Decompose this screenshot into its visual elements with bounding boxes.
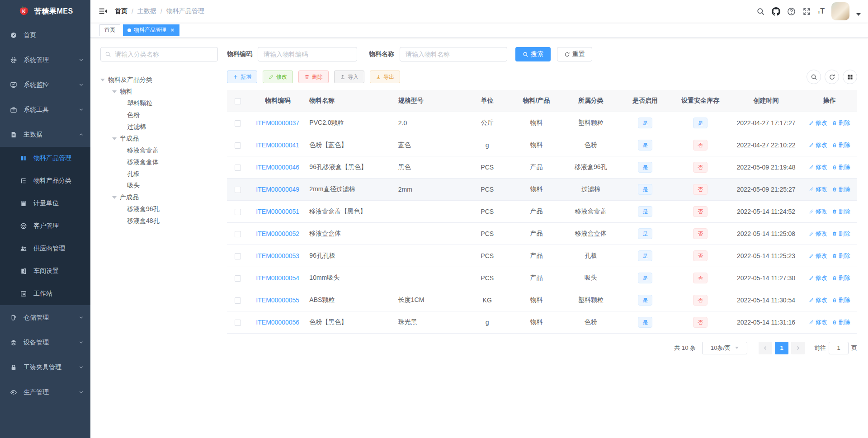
row-delete-link[interactable]: 删除	[832, 207, 850, 216]
tree-node-leaf[interactable]: 塑料颗粒	[100, 98, 218, 109]
hamburger-icon[interactable]	[99, 7, 108, 16]
material-code-link[interactable]: ITEM00000046	[256, 164, 299, 171]
sidebar-item-warehouse-management[interactable]: 仓储管理	[0, 305, 90, 330]
user-avatar[interactable]	[831, 2, 849, 20]
row-edit-link[interactable]: 修改	[809, 318, 827, 326]
breadcrumb-home[interactable]: 首页	[115, 7, 127, 15]
category-search-input[interactable]	[100, 47, 218, 61]
sidebar-item-workshop-settings[interactable]: 车间设置	[0, 260, 90, 283]
header-search-icon[interactable]	[756, 7, 765, 16]
row-checkbox[interactable]	[235, 297, 241, 304]
prev-page-button[interactable]	[759, 342, 772, 354]
tag-material-product-management[interactable]: 物料产品管理	[123, 24, 179, 36]
row-checkbox[interactable]	[235, 275, 241, 282]
tree-node-root[interactable]: 物料及产品分类	[100, 74, 218, 86]
search-button[interactable]: 搜索	[515, 47, 551, 61]
tree-node-leaf[interactable]: 移液盒盒盖	[100, 145, 218, 156]
sidebar-item-system-tools[interactable]: 系统工具	[0, 97, 90, 122]
tag-close-icon[interactable]	[170, 28, 175, 33]
sidebar-item-material-product-management[interactable]: 物料产品管理	[0, 147, 90, 170]
sidebar-item-measure-unit[interactable]: 计量单位	[0, 192, 90, 215]
tree-node-leaf[interactable]: 移液盒48孔	[100, 215, 218, 227]
material-code-link[interactable]: ITEM00000049	[256, 186, 299, 193]
delete-button[interactable]: 删除	[298, 71, 329, 83]
sidebar-item-material-product-category[interactable]: 物料产品分类	[0, 170, 90, 192]
sidebar-item-production-management[interactable]: 生产管理	[0, 380, 90, 405]
select-all-checkbox[interactable]	[235, 98, 241, 104]
tree-node-group[interactable]: 物料	[100, 86, 218, 98]
page-number-button[interactable]: 1	[775, 342, 788, 354]
tree-expand-caret-icon[interactable]	[112, 90, 117, 93]
tree-node-leaf[interactable]: 吸头	[100, 180, 218, 192]
material-code-input[interactable]	[258, 47, 357, 61]
add-button[interactable]: 新增	[227, 71, 257, 83]
sidebar-item-equipment-management[interactable]: 设备管理	[0, 330, 90, 355]
row-edit-link[interactable]: 修改	[809, 207, 827, 216]
sidebar-item-home[interactable]: 首页	[0, 23, 90, 47]
export-button[interactable]: 导出	[370, 71, 400, 83]
show-search-button[interactable]	[807, 70, 821, 84]
page-size-select[interactable]: 10条/页	[702, 342, 747, 354]
tree-node-leaf[interactable]: 过滤棉	[100, 121, 218, 133]
row-checkbox[interactable]	[235, 231, 241, 237]
row-edit-link[interactable]: 修改	[809, 185, 827, 193]
tree-node-leaf[interactable]: 色粉	[100, 109, 218, 121]
row-delete-link[interactable]: 删除	[832, 296, 850, 304]
row-edit-link[interactable]: 修改	[809, 230, 827, 238]
material-code-link[interactable]: ITEM00000054	[256, 274, 299, 282]
sidebar-item-fixture-management[interactable]: 工装夹具管理	[0, 355, 90, 380]
sidebar-item-workstation[interactable]: 工作站	[0, 283, 90, 305]
row-edit-link[interactable]: 修改	[809, 119, 827, 127]
tree-node-group[interactable]: 半成品	[100, 133, 218, 145]
row-delete-link[interactable]: 删除	[832, 185, 850, 193]
row-delete-link[interactable]: 删除	[832, 318, 850, 326]
row-edit-link[interactable]: 修改	[809, 296, 827, 304]
sidebar-item-supplier-management[interactable]: 供应商管理	[0, 237, 90, 260]
row-edit-link[interactable]: 修改	[809, 252, 827, 260]
tree-expand-caret-icon[interactable]	[112, 196, 117, 199]
font-size-icon[interactable]: тT	[818, 8, 825, 15]
row-edit-link[interactable]: 修改	[809, 141, 827, 149]
github-icon[interactable]	[772, 7, 780, 16]
sidebar-item-system-management[interactable]: 系统管理	[0, 47, 90, 72]
material-code-link[interactable]: ITEM00000051	[256, 208, 299, 215]
sidebar-item-customer-management[interactable]: 客户管理	[0, 215, 90, 237]
tree-node-leaf[interactable]: 孔板	[100, 168, 218, 180]
goto-page-input[interactable]	[829, 342, 849, 354]
material-code-link[interactable]: ITEM00000041	[256, 141, 299, 149]
tree-expand-caret-icon[interactable]	[112, 137, 117, 140]
row-edit-link[interactable]: 修改	[809, 274, 827, 282]
refresh-table-button[interactable]	[825, 70, 839, 84]
column-settings-button[interactable]	[843, 70, 857, 84]
tag-home[interactable]: 首页	[99, 24, 120, 36]
reset-button[interactable]: 重置	[557, 47, 592, 61]
material-code-link[interactable]: ITEM00000053	[256, 252, 299, 259]
breadcrumb-master-data[interactable]: 主数据	[137, 7, 156, 15]
row-delete-link[interactable]: 删除	[832, 119, 850, 127]
sidebar-item-master-data[interactable]: 主数据	[0, 122, 90, 147]
row-delete-link[interactable]: 删除	[832, 163, 850, 171]
fullscreen-icon[interactable]	[802, 7, 811, 16]
tree-expand-caret-icon[interactable]	[100, 79, 105, 81]
row-checkbox[interactable]	[235, 142, 241, 149]
row-delete-link[interactable]: 删除	[832, 274, 850, 282]
material-code-link[interactable]: ITEM00000055	[256, 297, 299, 304]
tree-node-group[interactable]: 产成品	[100, 192, 218, 203]
user-menu-caret-icon[interactable]	[856, 13, 861, 16]
row-edit-link[interactable]: 修改	[809, 163, 827, 171]
row-checkbox[interactable]	[235, 209, 241, 215]
tree-node-leaf[interactable]: 移液盒96孔	[100, 203, 218, 215]
row-checkbox[interactable]	[235, 165, 241, 171]
row-delete-link[interactable]: 删除	[832, 141, 850, 149]
material-name-input[interactable]	[400, 47, 507, 61]
row-checkbox[interactable]	[235, 120, 241, 127]
row-checkbox[interactable]	[235, 320, 241, 326]
tree-node-leaf[interactable]: 移液盒盒体	[100, 156, 218, 168]
material-code-link[interactable]: ITEM00000037	[256, 119, 299, 127]
help-icon[interactable]	[787, 7, 796, 16]
row-delete-link[interactable]: 删除	[832, 252, 850, 260]
next-page-button[interactable]	[791, 342, 805, 354]
row-checkbox[interactable]	[235, 253, 241, 259]
row-checkbox[interactable]	[235, 187, 241, 193]
row-delete-link[interactable]: 删除	[832, 230, 850, 238]
